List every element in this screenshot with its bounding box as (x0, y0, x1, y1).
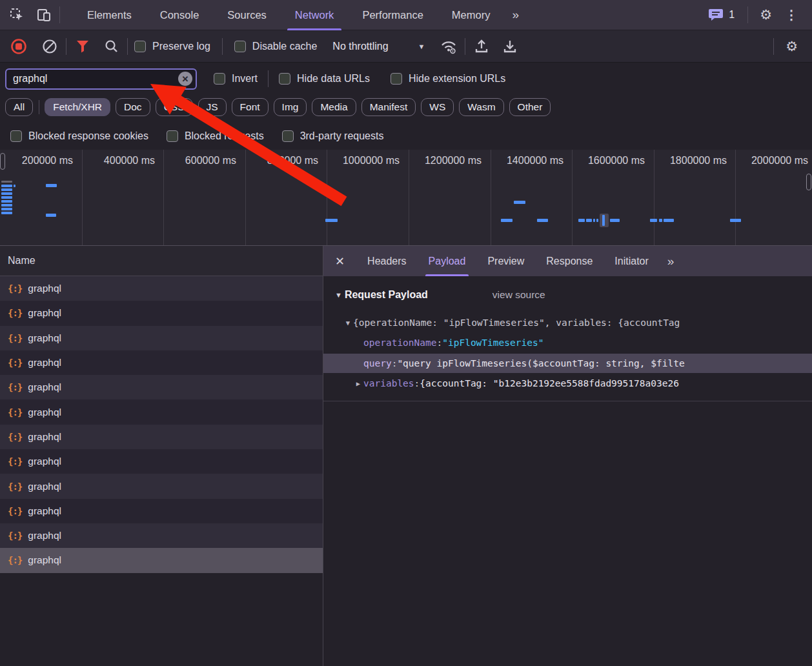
waterfall-bar[interactable] (501, 219, 513, 222)
export-har-icon[interactable] (472, 37, 491, 56)
tab-network[interactable]: Network (281, 0, 349, 30)
name-column-header[interactable]: Name (0, 246, 323, 276)
request-row[interactable]: {:}graphql (0, 499, 323, 523)
waterfall-bar[interactable] (46, 214, 56, 217)
blocked-requests-checkbox[interactable] (167, 130, 178, 142)
waterfall-bar[interactable] (596, 219, 598, 222)
invert-checkbox-group[interactable]: Invert (214, 73, 258, 85)
device-toolbar-icon[interactable] (35, 6, 53, 24)
waterfall-bar[interactable] (1, 188, 12, 191)
detail-tab-response[interactable]: Response (535, 246, 604, 276)
preserve-log-checkbox[interactable] (134, 41, 146, 52)
waterfall-bar[interactable] (602, 215, 605, 226)
chip-media[interactable]: Media (312, 98, 356, 116)
more-tabs-icon[interactable]: » (504, 8, 527, 22)
waterfall-bar[interactable] (664, 219, 674, 222)
request-row[interactable]: {:}graphql (0, 375, 323, 399)
waterfall-bar[interactable] (650, 219, 657, 222)
request-row[interactable]: {:}graphql (0, 474, 323, 498)
overview-grip-left[interactable] (0, 153, 5, 170)
inspect-element-icon[interactable] (8, 6, 26, 24)
collapse-triangle-icon[interactable]: ▼ (335, 291, 342, 299)
request-row[interactable]: {:}graphql (0, 350, 323, 375)
chip-js[interactable]: JS (198, 98, 227, 116)
detail-tab-preview[interactable]: Preview (476, 246, 535, 276)
request-row[interactable]: {:}graphql (0, 449, 323, 474)
waterfall-bar[interactable] (1, 200, 12, 203)
clear-filter-icon[interactable]: ✕ (178, 72, 192, 86)
waterfall-bar[interactable] (1, 212, 12, 214)
network-overview-timeline[interactable]: 200000 ms400000 ms600000 ms800000 ms1000… (0, 150, 812, 246)
blocked-response-cookies-group[interactable]: Blocked response cookies (10, 130, 148, 142)
payload-entry-variables[interactable]: ▶variables: {accountTag: "b12e3b2192ee55… (323, 374, 812, 393)
overview-grip-right[interactable] (806, 174, 811, 190)
network-settings-gear-icon[interactable]: ⚙ (780, 39, 803, 54)
expand-triangle-icon[interactable]: ▶ (353, 379, 363, 387)
chip-img[interactable]: Img (274, 98, 307, 116)
network-conditions-icon[interactable] (439, 37, 458, 56)
search-icon[interactable] (101, 37, 121, 56)
waterfall-bar[interactable] (659, 219, 662, 222)
disable-cache-checkbox-group[interactable]: Disable cache (234, 41, 318, 52)
waterfall-bar[interactable] (537, 219, 548, 222)
filter-input[interactable] (5, 68, 197, 90)
waterfall-bar[interactable] (578, 219, 585, 222)
tab-sources[interactable]: Sources (213, 0, 281, 30)
disable-cache-checkbox[interactable] (234, 41, 246, 52)
detail-tab-headers[interactable]: Headers (356, 246, 417, 276)
hide-extension-urls-group[interactable]: Hide extension URLs (391, 73, 505, 85)
more-detail-tabs-icon[interactable]: » (660, 246, 682, 276)
clear-network-log-icon[interactable] (40, 37, 59, 56)
hide-extension-urls-checkbox[interactable] (391, 73, 402, 85)
waterfall-bar[interactable] (1, 196, 12, 199)
waterfall-bar[interactable] (1, 185, 12, 187)
tab-elements[interactable]: Elements (73, 0, 146, 30)
preserve-log-checkbox-group[interactable]: Preserve log (134, 41, 210, 52)
close-icon[interactable]: ✕ (323, 246, 356, 276)
waterfall-bar[interactable] (593, 219, 595, 222)
chip-wasm[interactable]: Wasm (459, 98, 503, 116)
record-network-log-icon[interactable] (9, 37, 28, 56)
payload-preview-line[interactable]: ▼ {operationName: "ipFlowTimeseries", va… (323, 313, 812, 332)
tab-performance[interactable]: Performance (348, 0, 437, 30)
request-row[interactable]: {:}graphql (0, 425, 323, 449)
3rd-party-requests-checkbox[interactable] (282, 130, 294, 142)
waterfall-bar[interactable] (1, 192, 12, 195)
waterfall-bar[interactable] (610, 219, 620, 222)
3rd-party-requests-group[interactable]: 3rd-party requests (282, 130, 384, 142)
request-row[interactable]: {:}graphql (0, 523, 323, 548)
chip-doc[interactable]: Doc (116, 98, 150, 116)
blocked-response-cookies-checkbox[interactable] (10, 130, 22, 142)
hide-data-urls-group[interactable]: Hide data URLs (279, 73, 370, 85)
settings-gear-icon[interactable]: ⚙ (755, 7, 777, 23)
chip-css[interactable]: CSS (156, 98, 193, 116)
waterfall-bar[interactable] (1, 181, 12, 183)
tab-memory[interactable]: Memory (438, 0, 505, 30)
chip-manifest[interactable]: Manifest (361, 98, 416, 116)
hide-data-urls-checkbox[interactable] (279, 73, 290, 85)
filter-funnel-icon[interactable] (73, 37, 92, 56)
payload-entry-operationname[interactable]: operationName: "ipFlowTimeseries" (323, 333, 812, 352)
waterfall-bar[interactable] (46, 184, 57, 187)
waterfall-bar[interactable] (1, 208, 12, 210)
request-row[interactable]: {:}graphql (0, 276, 323, 301)
waterfall-bar[interactable] (730, 219, 741, 222)
import-har-icon[interactable] (500, 37, 520, 56)
chip-other[interactable]: Other (509, 98, 551, 116)
blocked-requests-group[interactable]: Blocked requests (167, 130, 264, 142)
request-row[interactable]: {:}graphql (0, 326, 323, 350)
request-row[interactable]: {:}graphql (0, 301, 323, 325)
chip-fetch-xhr[interactable]: Fetch/XHR (45, 98, 110, 116)
messages-icon[interactable] (707, 6, 725, 24)
more-menu-icon[interactable]: ⋮ (777, 7, 806, 23)
detail-tab-payload[interactable]: Payload (418, 246, 477, 276)
chip-all[interactable]: All (5, 98, 33, 116)
collapse-triangle-icon[interactable]: ▼ (343, 319, 353, 327)
invert-checkbox[interactable] (214, 73, 225, 85)
waterfall-bar[interactable] (586, 219, 592, 222)
waterfall-bar[interactable] (1, 204, 12, 207)
waterfall-bar[interactable] (325, 219, 338, 222)
tab-console[interactable]: Console (146, 0, 214, 30)
detail-tab-initiator[interactable]: Initiator (604, 246, 659, 276)
waterfall-bar[interactable] (514, 201, 525, 204)
